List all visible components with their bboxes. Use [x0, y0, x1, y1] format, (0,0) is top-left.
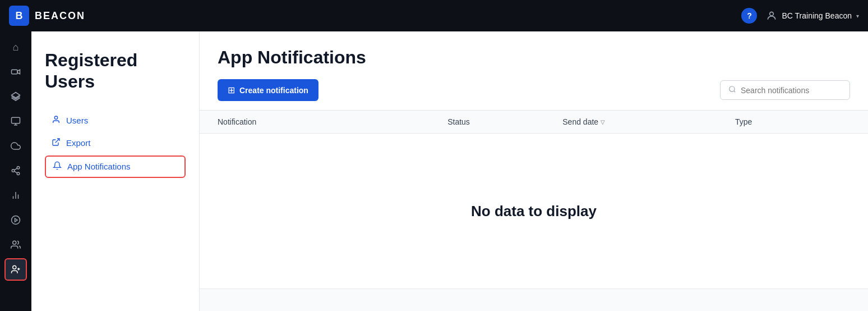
users-nav-icon	[52, 115, 61, 126]
table-body: No data to display	[200, 134, 868, 289]
svg-rect-1	[12, 70, 18, 74]
svg-point-23	[730, 86, 735, 92]
create-notification-button[interactable]: ⊞ Create notification	[218, 79, 318, 101]
sidebar-icon-play[interactable]	[4, 209, 27, 231]
svg-point-21	[54, 116, 57, 119]
sidebar-item-users[interactable]: Users	[45, 111, 186, 131]
icon-sidebar: ⌂	[0, 31, 31, 311]
svg-marker-2	[17, 70, 20, 74]
content-header: App Notifications ⊞ Create notification	[200, 31, 868, 111]
svg-rect-4	[12, 117, 20, 124]
svg-point-17	[13, 241, 16, 244]
content-toolbar: ⊞ Create notification	[218, 79, 850, 110]
svg-line-22	[56, 139, 59, 143]
sidebar-icon-registered-users[interactable]	[4, 258, 27, 281]
bell-nav-icon	[53, 161, 62, 172]
search-area	[720, 80, 850, 100]
search-icon	[728, 85, 736, 95]
user-chevron-icon: ▾	[856, 13, 859, 19]
sidebar-item-app-notifications-label: App Notifications	[67, 162, 131, 171]
svg-line-11	[14, 168, 17, 170]
user-name-label: BC Training Beacon	[782, 11, 852, 20]
sidebar-title: Registered Users	[45, 49, 186, 93]
sidebar-icon-share[interactable]	[4, 159, 27, 182]
col-notification: Notification	[218, 117, 447, 126]
sidebar-item-users-label: Users	[66, 116, 88, 125]
sidebar-icon-users[interactable]	[4, 234, 27, 256]
table-header: Notification Status Send date ▽ Type	[200, 111, 868, 134]
logo-text: BEACON	[35, 10, 85, 22]
sidebar-icon-monitor[interactable]	[4, 110, 27, 132]
page-title: App Notifications	[218, 47, 850, 68]
sidebar-item-app-notifications[interactable]: App Notifications	[45, 156, 186, 178]
svg-point-18	[13, 266, 16, 269]
svg-point-9	[17, 172, 20, 175]
svg-point-0	[770, 12, 774, 16]
col-status: Status	[447, 117, 562, 126]
create-btn-label: Create notification	[239, 86, 308, 95]
sort-icon: ▽	[601, 119, 605, 125]
logo-area: B BEACON	[9, 6, 85, 26]
sidebar-icon-layers[interactable]	[4, 85, 27, 108]
sidebar-icon-cloud[interactable]	[4, 135, 27, 157]
help-button[interactable]: ?	[741, 8, 757, 24]
table-footer	[200, 289, 868, 311]
sidebar-item-export-label: Export	[66, 138, 90, 148]
sidebar-nav: Users Export App Notifications	[45, 111, 186, 178]
svg-line-24	[734, 91, 736, 93]
svg-point-7	[17, 167, 20, 170]
user-avatar-icon	[766, 10, 777, 21]
sidebar-icon-video[interactable]	[4, 61, 27, 83]
sidebar-icon-home[interactable]: ⌂	[4, 36, 27, 58]
top-nav: B BEACON ? BC Training Beacon ▾	[0, 0, 868, 31]
col-send-date[interactable]: Send date ▽	[562, 117, 735, 126]
export-nav-icon	[52, 138, 61, 149]
create-btn-icon: ⊞	[228, 85, 235, 95]
main-layout: ⌂ Registered Users	[0, 31, 868, 311]
svg-line-10	[14, 171, 17, 173]
col-type: Type	[735, 117, 850, 126]
svg-point-8	[12, 170, 15, 172]
nav-sidebar: Registered Users Users Export App Notifi…	[31, 31, 200, 311]
sidebar-icon-chart[interactable]	[4, 184, 27, 207]
svg-point-15	[12, 216, 20, 225]
content-area: App Notifications ⊞ Create notification …	[200, 31, 868, 311]
svg-marker-16	[15, 218, 18, 222]
empty-state-message: No data to display	[471, 203, 597, 220]
user-menu[interactable]: BC Training Beacon ▾	[766, 10, 859, 21]
logo-box: B	[9, 6, 29, 26]
search-input[interactable]	[741, 86, 842, 95]
sidebar-item-export[interactable]: Export	[45, 133, 186, 153]
